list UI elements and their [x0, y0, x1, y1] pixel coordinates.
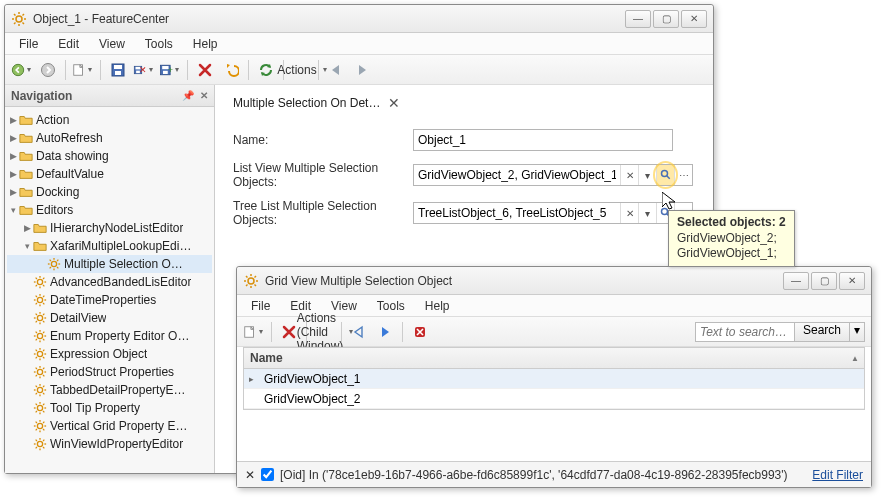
- menu-tools[interactable]: Tools: [369, 297, 413, 315]
- new-button[interactable]: ▾: [243, 321, 265, 343]
- tree-item[interactable]: ▶AutoRefresh: [7, 129, 212, 147]
- nav-forward-button[interactable]: [37, 59, 59, 81]
- new-button[interactable]: ▾: [72, 59, 94, 81]
- listview-ellipsis-button[interactable]: ⋯: [674, 165, 692, 185]
- listview-dropdown-button[interactable]: ▾: [638, 165, 656, 185]
- tree-item[interactable]: Enum Property Editor O…: [7, 327, 212, 345]
- close-panel-icon[interactable]: ✕: [200, 90, 208, 101]
- listview-clear-button[interactable]: ✕: [620, 165, 638, 185]
- maximize-button[interactable]: ▢: [653, 10, 679, 28]
- close-search-button[interactable]: [409, 321, 431, 343]
- treelist-input[interactable]: [414, 203, 620, 223]
- minimize-button[interactable]: —: [625, 10, 651, 28]
- tooltip-line: GridViewObject_1;: [677, 246, 777, 260]
- navigation-tree[interactable]: ▶Action▶AutoRefresh▶Data showing▶Default…: [5, 107, 214, 473]
- tree-item[interactable]: Tool Tip Property: [7, 399, 212, 417]
- search-box: Search ▾: [695, 322, 865, 342]
- actions-dropdown[interactable]: Actions (Child Window)▾: [313, 321, 335, 343]
- tree-item[interactable]: AdvancedBandedLisEditor: [7, 273, 212, 291]
- close-button[interactable]: ✕: [839, 272, 865, 290]
- close-detail-icon[interactable]: ✕: [388, 95, 400, 111]
- menu-edit[interactable]: Edit: [50, 35, 87, 53]
- expander-icon[interactable]: ▶: [7, 151, 19, 161]
- minimize-button[interactable]: —: [783, 272, 809, 290]
- gear-icon: [33, 365, 47, 379]
- table-row[interactable]: ▸ GridViewObject_1: [244, 369, 864, 389]
- tree-item[interactable]: Vertical Grid Property E…: [7, 417, 212, 435]
- row-indicator-icon: ▸: [244, 374, 258, 384]
- column-name[interactable]: Name: [244, 351, 846, 365]
- nav-back-button[interactable]: ▾: [11, 59, 33, 81]
- delete-button[interactable]: [194, 59, 216, 81]
- table-row[interactable]: GridViewObject_2: [244, 389, 864, 409]
- tree-item[interactable]: ▶Docking: [7, 183, 212, 201]
- tree-label: DetailView: [50, 311, 106, 325]
- expander-icon[interactable]: ▶: [7, 115, 19, 125]
- prev-record-button[interactable]: [348, 321, 370, 343]
- menu-file[interactable]: File: [11, 35, 46, 53]
- expander-icon[interactable]: ▾: [21, 241, 33, 251]
- tree-item[interactable]: ▾Editors: [7, 201, 212, 219]
- tree-label: IHierarchyNodeListEditor: [50, 221, 183, 235]
- tree-item[interactable]: PeriodStruct Properties: [7, 363, 212, 381]
- tree-label: WinViewIdPropertyEditor: [50, 437, 183, 451]
- tree-label: DateTimeProperties: [50, 293, 156, 307]
- save-new-button[interactable]: +▾: [159, 59, 181, 81]
- menu-help[interactable]: Help: [417, 297, 458, 315]
- expander-icon[interactable]: ▶: [7, 169, 19, 179]
- app-icon: [243, 273, 259, 289]
- search-dropdown-button[interactable]: ▾: [850, 322, 865, 342]
- name-input[interactable]: [413, 129, 673, 151]
- undo-button[interactable]: [220, 59, 242, 81]
- save-close-button[interactable]: ✕▾: [133, 59, 155, 81]
- tree-item[interactable]: DateTimeProperties: [7, 291, 212, 309]
- tree-item[interactable]: Expression Object: [7, 345, 212, 363]
- pin-icon[interactable]: 📌: [182, 90, 194, 101]
- tree-item[interactable]: Multiple Selection O…: [7, 255, 212, 273]
- menu-file[interactable]: File: [243, 297, 278, 315]
- save-button[interactable]: [107, 59, 129, 81]
- search-input[interactable]: [695, 322, 795, 342]
- menu-help[interactable]: Help: [185, 35, 226, 53]
- filter-close-icon[interactable]: ✕: [245, 468, 255, 482]
- next-record-button[interactable]: [374, 321, 396, 343]
- tree-item[interactable]: TabbedDetailPropertyE…: [7, 381, 212, 399]
- tree-item[interactable]: DetailView: [7, 309, 212, 327]
- treelist-clear-button[interactable]: ✕: [620, 203, 638, 223]
- expander-icon[interactable]: ▶: [7, 187, 19, 197]
- expander-icon[interactable]: ▶: [21, 223, 33, 233]
- actions-dropdown[interactable]: Actions▾: [290, 59, 312, 81]
- listview-lookup: ✕ ▾ ⋯: [413, 164, 693, 186]
- tree-item[interactable]: ▶DefaultValue: [7, 165, 212, 183]
- sort-indicator-icon[interactable]: ▲: [846, 354, 864, 363]
- treelist-dropdown-button[interactable]: ▾: [638, 203, 656, 223]
- cell-name: GridViewObject_1: [258, 372, 864, 386]
- menu-view[interactable]: View: [91, 35, 133, 53]
- prev-record-button[interactable]: [325, 59, 347, 81]
- menu-tools[interactable]: Tools: [137, 35, 181, 53]
- edit-filter-link[interactable]: Edit Filter: [812, 468, 863, 482]
- tree-label: Editors: [36, 203, 73, 217]
- listview-search-button[interactable]: [656, 165, 674, 185]
- tree-item[interactable]: WinViewIdPropertyEditor: [7, 435, 212, 453]
- filter-text: [Oid] In ('78ce1eb9-16b7-4966-a6be-fd6c8…: [280, 468, 788, 482]
- main-toolbar: ▾ ▾ ✕▾ +▾ Actions▾: [5, 55, 713, 85]
- close-button[interactable]: ✕: [681, 10, 707, 28]
- tree-item[interactable]: ▾XafariMultipleLookupEdi…: [7, 237, 212, 255]
- maximize-button[interactable]: ▢: [811, 272, 837, 290]
- expander-icon[interactable]: ▾: [7, 205, 19, 215]
- folder-icon: [33, 239, 47, 253]
- filter-checkbox[interactable]: [261, 468, 274, 481]
- tree-item[interactable]: ▶IHierarchyNodeListEditor: [7, 219, 212, 237]
- next-record-button[interactable]: [351, 59, 373, 81]
- gear-icon: [33, 419, 47, 433]
- grid-header[interactable]: Name ▲: [243, 347, 865, 369]
- navigation-title: Navigation: [11, 89, 72, 103]
- listview-input[interactable]: [414, 165, 620, 185]
- expander-icon[interactable]: ▶: [7, 133, 19, 143]
- search-button[interactable]: Search: [795, 322, 850, 342]
- main-title: Object_1 - FeatureCenter: [33, 12, 625, 26]
- tree-item[interactable]: ▶Data showing: [7, 147, 212, 165]
- gear-icon: [33, 347, 47, 361]
- tree-item[interactable]: ▶Action: [7, 111, 212, 129]
